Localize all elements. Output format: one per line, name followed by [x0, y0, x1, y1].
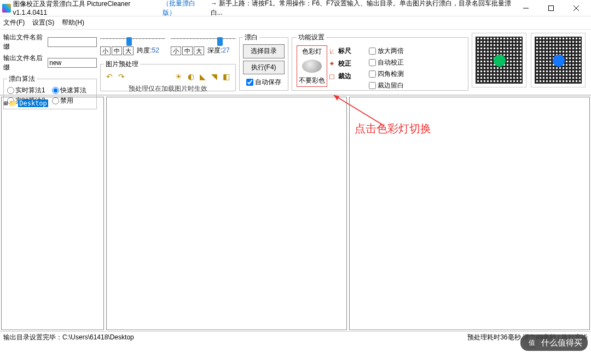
- preprocess-legend: 图片预处理: [104, 60, 140, 69]
- window-title: 图像校正及背景漂白工具 PictureCleaner v1.1.4.0411: [13, 0, 162, 16]
- color-lamp-note: 不要彩色: [299, 76, 325, 85]
- maximize-button[interactable]: [538, 0, 564, 16]
- preprocess-hint: 预处理仅在加载图片时生效: [104, 84, 231, 93]
- ruler-button[interactable]: ⟀标尺: [328, 46, 368, 56]
- zoom2x-checkbox[interactable]: 放大两倍: [369, 46, 404, 56]
- watermark: 值 什么值得买: [520, 334, 588, 351]
- color-lamp-toggle[interactable]: 色彩灯 不要彩色: [297, 45, 327, 87]
- menu-help[interactable]: 帮助(H): [62, 18, 84, 27]
- algorithm-legend: 漂白算法: [7, 74, 37, 84]
- output-suffix-label: 输出文件名后缀: [3, 54, 45, 72]
- preprocess-group: 图片预处理 ↶ ↷ ☀ ◐ ◣ ◥ ◧ 预处理仅在加载图片时生效: [100, 60, 235, 91]
- span-value: 跨度:52: [137, 46, 159, 55]
- function-settings-legend: 功能设置: [297, 33, 326, 42]
- watermark-text: 什么值得买: [541, 338, 582, 348]
- svg-rect-1: [549, 5, 554, 10]
- tree-item-label: Desktop: [18, 99, 48, 107]
- output-prefix-input[interactable]: [48, 37, 97, 47]
- close-button[interactable]: [564, 0, 589, 16]
- rotate-right-icon[interactable]: ↷: [118, 72, 125, 81]
- invert-icon[interactable]: ◧: [223, 72, 230, 81]
- menu-settings[interactable]: 设置(S): [32, 18, 54, 27]
- corner-detect-checkbox[interactable]: 四角检测: [369, 69, 404, 79]
- window-title-hint: → 新手上路：请按F1。常用操作：F6、F7设置输入、输出目录。单击图片执行漂白…: [211, 0, 513, 17]
- wechat-qr-code: [472, 33, 526, 87]
- rotate-left-icon[interactable]: ↶: [106, 72, 113, 81]
- status-output-dir: 输出目录设置完毕：C:\Users\61418\Desktop: [3, 333, 134, 342]
- flip-v-icon[interactable]: ◥: [211, 72, 217, 81]
- app-icon: [2, 4, 11, 13]
- alipay-qr-code: [531, 33, 586, 87]
- span-slider[interactable]: [100, 33, 165, 45]
- folder-tree[interactable]: ⊞ 📁 Desktop: [1, 97, 104, 330]
- output-suffix-input[interactable]: [48, 58, 97, 68]
- window-titlebar: 图像校正及背景漂白工具 PictureCleaner v1.1.4.0411 （…: [0, 0, 591, 16]
- bleach-legend: 漂白: [243, 33, 259, 42]
- correct-icon: ✦: [328, 60, 336, 68]
- algo-rt1[interactable]: 实时算法1: [7, 86, 49, 95]
- toolbar: 输出文件名前缀 输出文件名后缀 漂白算法 实时算法1 快速算法 实时算法2 禁用: [0, 30, 591, 95]
- correct-button[interactable]: ✦校正: [328, 59, 368, 68]
- depth-small-button[interactable]: 小: [171, 46, 181, 55]
- function-settings-group: 功能设置 色彩灯 不要彩色 ⟀标尺 ✦校正 ◻裁边 放大两倍 自动校正 四角检测…: [292, 33, 468, 91]
- expand-icon[interactable]: ⊞: [4, 99, 8, 107]
- menubar: 文件(F) 设置(S) 帮助(H): [0, 16, 591, 30]
- select-directory-button[interactable]: 选择目录: [243, 44, 285, 58]
- span-small-button[interactable]: 小: [100, 46, 111, 55]
- contrast-icon[interactable]: ◐: [188, 72, 194, 81]
- folder-icon: 📁: [9, 99, 17, 107]
- ruler-icon: ⟀: [328, 47, 336, 55]
- menu-file[interactable]: 文件(F): [3, 18, 25, 27]
- window-title-edition: （批量漂白版）: [163, 0, 207, 17]
- span-big-button[interactable]: 大: [123, 46, 134, 55]
- output-prefix-label: 输出文件名前缀: [3, 33, 45, 51]
- flip-h-icon[interactable]: ◣: [200, 72, 206, 81]
- autosave-checkbox[interactable]: 自动保存: [246, 78, 281, 87]
- watermark-icon: 值: [526, 337, 538, 349]
- auto-correct-checkbox[interactable]: 自动校正: [369, 58, 404, 67]
- execute-button[interactable]: 执行(F4): [243, 61, 285, 75]
- result-image-pane[interactable]: [349, 97, 590, 330]
- depth-value: 深度:27: [207, 46, 230, 55]
- minimize-button[interactable]: [513, 0, 538, 16]
- depth-mid-button[interactable]: 中: [182, 46, 193, 55]
- crop-button[interactable]: ◻裁边: [328, 72, 368, 81]
- tree-item-desktop[interactable]: ⊞ 📁 Desktop: [4, 99, 101, 107]
- depth-slider[interactable]: [171, 33, 236, 45]
- algo-fast[interactable]: 快速算法: [52, 86, 94, 95]
- color-lamp-title: 色彩灯: [302, 47, 322, 56]
- workspace: ⊞ 📁 Desktop: [0, 95, 591, 331]
- brightness-icon[interactable]: ☀: [175, 72, 182, 81]
- color-lamp-icon: [302, 60, 322, 73]
- source-image-pane[interactable]: [106, 97, 347, 330]
- span-mid-button[interactable]: 中: [112, 46, 122, 55]
- crop-margin-checkbox[interactable]: 裁边留白: [369, 81, 404, 90]
- bleach-group: 漂白 选择目录 执行(F4) 自动保存: [239, 33, 288, 91]
- crop-icon: ◻: [328, 72, 336, 80]
- depth-big-button[interactable]: 大: [194, 46, 204, 55]
- status-bar: 输出目录设置完毕：C:\Users\61418\Desktop 预处理耗时36毫…: [0, 331, 591, 343]
